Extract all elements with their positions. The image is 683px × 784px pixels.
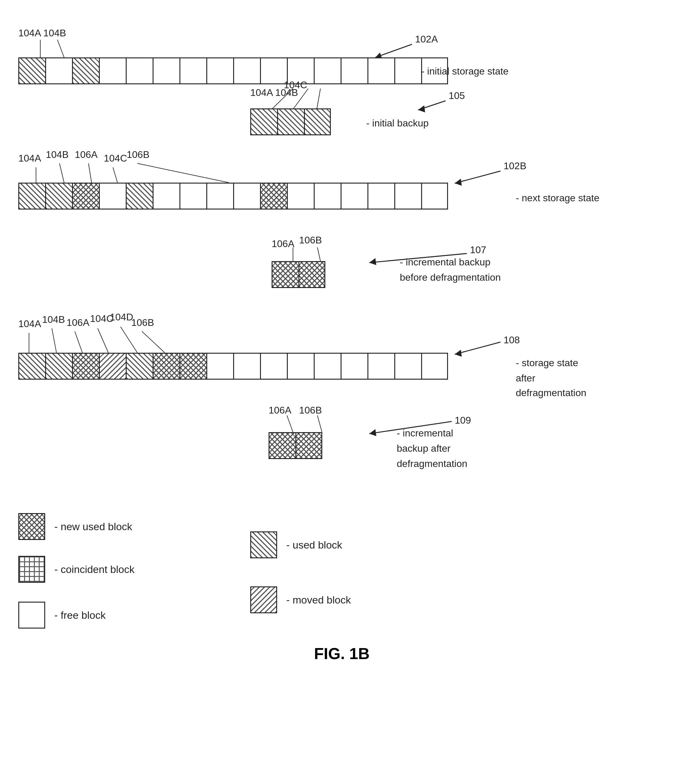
fig-title: FIG. 1B <box>250 644 433 663</box>
block-free <box>394 58 421 84</box>
svg-line-25 <box>98 328 108 353</box>
legend-block-moved <box>250 586 277 613</box>
block-free <box>314 183 341 209</box>
label-106a-row4: 106A <box>272 238 295 249</box>
block-used <box>250 108 277 135</box>
label-106b-row3: 106B <box>127 149 149 160</box>
block-free <box>287 183 314 209</box>
label-storage-after3: defragmentation <box>516 387 586 398</box>
block-new-used <box>72 353 99 380</box>
label-incr-after3: defragmentation <box>397 458 467 469</box>
svg-line-8 <box>317 88 321 109</box>
block-free <box>233 58 260 84</box>
block-free <box>314 353 341 380</box>
block-free <box>180 183 206 209</box>
label-initial-storage: - initial storage state <box>421 66 508 77</box>
label-102b: 102B <box>503 160 526 172</box>
block-free <box>99 58 126 84</box>
legend-coincident-label: - coincident block <box>55 564 135 575</box>
svg-marker-29 <box>369 429 376 436</box>
label-102a: 102A <box>415 34 438 45</box>
label-104c-row3: 104C <box>104 153 127 164</box>
label-incr-after1: - incremental <box>397 427 453 439</box>
block-new-used <box>295 432 322 459</box>
block-used <box>18 353 45 380</box>
block-new-used <box>152 353 180 380</box>
label-104b-row5: 104B <box>42 314 65 325</box>
block-free <box>394 183 421 209</box>
label-incr-after2: backup after <box>397 443 451 454</box>
block-free <box>206 183 233 209</box>
storage-bar-row1 <box>18 58 448 84</box>
label-107: 107 <box>470 244 486 255</box>
label-105: 105 <box>449 90 465 101</box>
svg-line-26 <box>120 327 137 353</box>
svg-line-15 <box>137 164 229 183</box>
block-free <box>367 353 394 380</box>
legend-free-label: - free block <box>55 609 106 621</box>
svg-line-20 <box>455 342 500 354</box>
svg-line-5 <box>58 40 64 58</box>
label-104b-row3: 104B <box>46 149 69 160</box>
legend-block-new-used <box>18 513 45 540</box>
block-free <box>314 58 341 84</box>
legend-used-label: - used block <box>286 539 342 551</box>
block-free <box>260 58 287 84</box>
block-free <box>152 183 180 209</box>
block-used <box>45 183 72 209</box>
svg-marker-10 <box>455 179 462 186</box>
label-106a-row5: 106A <box>67 317 90 328</box>
block-free <box>367 183 394 209</box>
label-initial-backup: - initial backup <box>366 117 429 129</box>
block-new-used <box>180 353 206 380</box>
legend-block-free <box>18 602 45 628</box>
block-free <box>341 58 367 84</box>
backup-bar-row2 <box>250 108 331 135</box>
svg-line-30 <box>287 415 293 432</box>
block-free <box>233 353 260 380</box>
svg-line-9 <box>455 171 500 183</box>
block-used <box>126 183 152 209</box>
svg-line-24 <box>75 331 82 353</box>
block-used <box>72 58 99 84</box>
svg-line-23 <box>52 328 56 353</box>
block-free <box>206 353 233 380</box>
legend-moved: - moved block <box>250 586 351 613</box>
label-104a-104b-row2: 104A 104B <box>250 87 298 98</box>
legend-coincident: - coincident block <box>18 556 135 583</box>
label-104a-row5: 104A <box>18 318 41 329</box>
label-incr-backup-before: - incremental backup <box>400 257 491 268</box>
label-108: 108 <box>503 334 520 346</box>
legend-free: - free block <box>18 602 106 628</box>
label-106b-row4: 106B <box>299 235 322 246</box>
block-free <box>287 353 314 380</box>
svg-line-13 <box>88 164 91 183</box>
legend-block-used <box>250 532 277 558</box>
svg-line-12 <box>59 164 64 183</box>
block-used <box>18 183 45 209</box>
svg-line-27 <box>142 331 165 353</box>
svg-line-31 <box>317 415 322 432</box>
backup-bar-row4 <box>272 261 325 288</box>
block-free <box>421 183 448 209</box>
label-incr-backup-before2: before defragmentation <box>400 272 501 283</box>
block-free <box>260 353 287 380</box>
block-free <box>341 353 367 380</box>
svg-marker-21 <box>455 350 462 357</box>
block-free <box>394 353 421 380</box>
label-106a-row3: 106A <box>75 149 98 160</box>
diagram-container: 104A 104B 102A - initial storage state 1… <box>0 0 683 784</box>
block-free <box>421 353 448 380</box>
label-106b-row5: 106B <box>131 317 154 328</box>
block-used <box>304 108 331 135</box>
block-new-used <box>272 261 298 288</box>
svg-marker-3 <box>418 105 425 112</box>
block-free <box>367 58 394 84</box>
block-free <box>206 58 233 84</box>
label-next-storage: - next storage state <box>516 193 600 204</box>
block-free <box>126 58 152 84</box>
legend-new-used: - new used block <box>18 513 132 540</box>
storage-bar-row5 <box>18 353 448 380</box>
label-109: 109 <box>455 415 471 426</box>
storage-bar-row3 <box>18 183 448 209</box>
